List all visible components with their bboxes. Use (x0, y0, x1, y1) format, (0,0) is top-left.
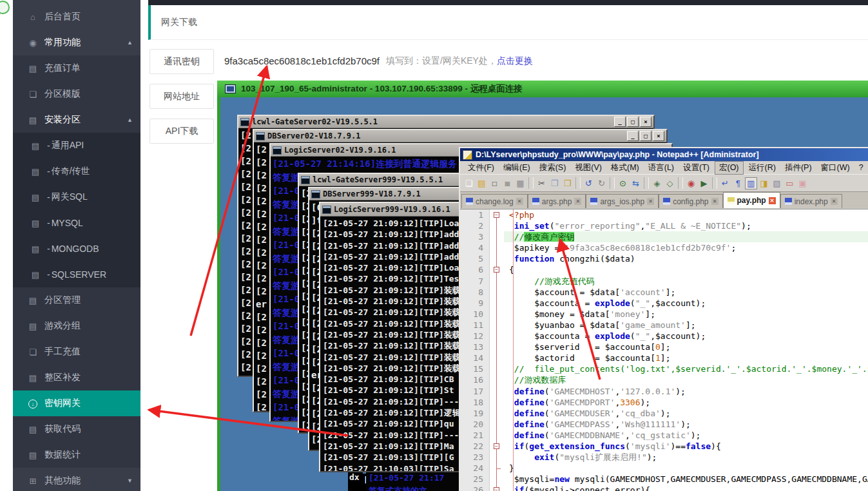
sidebar-item-other-functions[interactable]: ⊞其他功能▼ (13, 468, 140, 491)
copy-icon[interactable]: ❐ (548, 177, 561, 189)
sidebar-item-zone-reissue[interactable]: ▤整区补发 (13, 365, 140, 390)
code-line[interactable]: $actorid = $accounta[1]; (504, 352, 868, 363)
sidebar-item-gateway-sql[interactable]: ▤- 网关SQL (13, 184, 140, 210)
code-line[interactable]: $accounta = explode("_",$account); (504, 331, 868, 342)
minimize-button[interactable]: _ (627, 131, 639, 141)
sidebar-item-home[interactable]: ⌂后台首页 (13, 4, 140, 30)
tab-args-ios-php[interactable]: args_ios.php✕ (586, 194, 659, 208)
code-line[interactable]: ini_set("error_reporting","E_ALL & ~E_NO… (504, 220, 868, 231)
edit-menu[interactable]: 编辑(E) (499, 162, 534, 174)
maximize-button[interactable]: □ (640, 131, 651, 141)
macro-record-icon[interactable]: ◉ (685, 177, 697, 189)
plugins-menu[interactable]: 插件(P) (781, 162, 816, 174)
sidebar-item-partition-manage[interactable]: ▤分区管理 (13, 287, 140, 313)
sidebar-item-manual-recharge[interactable]: ❏手工充值 (13, 339, 140, 365)
code-line[interactable]: $account = $data['account']; (504, 287, 868, 298)
sidebar-item-recharge-orders[interactable]: ▤充值订单 (13, 55, 140, 81)
code-line[interactable]: $yuanbao = $data['game_amount']; (504, 320, 868, 331)
notepad-titlebar[interactable]: D:\LYserver\phpstudy_pro\WWW\pay\pay.php… (460, 148, 868, 161)
format-menu[interactable]: 格式(M) (607, 162, 643, 174)
macro-menu[interactable]: 宏(O) (715, 161, 744, 175)
console-titlebar[interactable]: DBServer02-V18.7.9.1 _ □ × (254, 130, 666, 142)
tab-change-log[interactable]: change.log✕ (461, 194, 528, 208)
sidebar-item-data-stats[interactable]: ▤数据统计 (13, 442, 140, 468)
site-address-button[interactable]: 网站地址 (149, 84, 214, 109)
code-line[interactable]: if($mysqli->connect_error){ (504, 485, 868, 491)
code-line[interactable]: //游戏充值代码 (504, 276, 868, 287)
replace-icon[interactable]: ⇆ (630, 177, 642, 189)
console-titlebar[interactable]: lcwl-GateServer02-V19.5.5.1 _ □ × (238, 116, 653, 128)
close-button[interactable]: × (653, 131, 664, 141)
code-line[interactable]: <?php (504, 209, 868, 220)
print-icon[interactable]: ▦ (514, 177, 526, 189)
paste-icon[interactable]: ❒ (561, 177, 574, 189)
fold-marker[interactable]: − (490, 485, 504, 491)
code-line[interactable]: //游戏数据库 (504, 374, 868, 385)
fold-marker[interactable]: − (490, 264, 504, 275)
code-line[interactable]: define('GAMECMDPORT',3306); (504, 397, 868, 408)
doc-switcher-icon[interactable]: ◨ (758, 177, 770, 189)
sidebar-item-key-gateway[interactable]: ↓密钥网关 (13, 390, 140, 416)
tab-pay-php[interactable]: pay.php✕ (723, 192, 780, 208)
code-line[interactable]: define('GAMECMDDBNAME','cq_gstatic'); (504, 430, 868, 441)
monitor-icon[interactable]: ▭ (784, 177, 796, 189)
wrap-icon[interactable]: ↵ (719, 177, 731, 189)
maximize-button[interactable]: □ (627, 117, 639, 127)
language-menu[interactable]: 语言(L) (644, 162, 678, 174)
zoom-out-icon[interactable]: ◇ (664, 177, 676, 189)
sidebar-item-game-group[interactable]: ▤游戏分组 (13, 313, 140, 339)
sidebar-item-mongodb[interactable]: ▤- MONGODB (13, 236, 140, 262)
tab-index-php[interactable]: index.php✕ (780, 194, 842, 208)
code-line[interactable]: // file_put_contents('log.txt',$serverid… (504, 363, 868, 374)
sidebar-item-general-api[interactable]: ▤- 通用API (13, 133, 140, 159)
code-area[interactable]: <?php ini_set("error_reporting","E_ALL &… (504, 209, 868, 491)
fold-marker[interactable]: − (490, 441, 504, 452)
code-line[interactable]: $apikey = '9fa3ca5c8ec60818c1eb1cfd2b70c… (504, 242, 868, 253)
code-line[interactable]: } (504, 463, 868, 474)
folder-workspace-icon[interactable]: ▣ (796, 177, 809, 189)
new-file-icon[interactable]: ❏ (463, 177, 475, 189)
save-all-icon[interactable]: ◙ (501, 177, 514, 189)
code-line[interactable]: define('GAMECMDPASS','Wsh@111111'); (504, 419, 868, 430)
comm-key-label[interactable]: 通讯密钥 (149, 49, 214, 74)
undo-icon[interactable]: ↺ (583, 177, 595, 189)
window-menu[interactable]: 窗口(W) (817, 162, 854, 174)
sidebar-item-common-functions[interactable]: ◉常用功能▲ (13, 30, 140, 55)
collapse-icon[interactable] (0, 1, 10, 14)
view-menu[interactable]: 视图(V) (571, 162, 606, 174)
zoom-in-icon[interactable]: ◈ (651, 177, 663, 189)
close-tab-icon[interactable]: ✕ (711, 198, 719, 205)
sidebar-item-get-code[interactable]: ▤获取代码 (13, 416, 140, 442)
sidebar-item-install-partition[interactable]: ▤安装分区▲ (13, 107, 140, 133)
redo-icon[interactable]: ↻ (595, 177, 608, 189)
code-line[interactable]: if(get_extension_funcs('mysqli')==false)… (504, 441, 868, 452)
close-tab-icon[interactable]: ✕ (647, 198, 654, 205)
show-symbol-icon[interactable]: ¶ (732, 177, 744, 189)
close-tab-icon[interactable]: ✕ (769, 197, 776, 204)
close-tab-icon[interactable]: ✕ (574, 198, 581, 205)
close-button[interactable]: × (640, 117, 651, 127)
code-line[interactable]: define('GAMECMDUSER','cq_dba'); (504, 408, 868, 419)
change-key-link[interactable]: 点击更换 (497, 55, 533, 67)
find-icon[interactable]: ⊙ (617, 177, 629, 189)
api-download-button[interactable]: API下载 (149, 119, 214, 144)
code-line[interactable]: //修改商户密钥 (504, 231, 868, 242)
minimize-button[interactable]: _ (614, 117, 626, 127)
settings-menu[interactable]: 设置(T) (679, 162, 713, 174)
code-line[interactable]: exit("mysqli扩展未启用!"); (504, 452, 868, 463)
sidebar-item-partition-template[interactable]: ❏分区模版 (13, 81, 140, 107)
file-menu[interactable]: 文件(F) (464, 162, 498, 174)
code-line[interactable]: $serverid = $accounta[0]; (504, 342, 868, 352)
sidebar-item-legend[interactable]: ▤- 传奇/传世 (13, 159, 140, 184)
code-editor[interactable]: 1234567891011121314151617181920212223242… (460, 209, 868, 491)
sidebar-item-sqlserver[interactable]: ▤- SQLSERVER (13, 262, 140, 287)
fold-marker[interactable]: − (490, 209, 504, 220)
open-folder-icon[interactable]: ▤ (476, 177, 488, 189)
code-line[interactable]: $accounta = explode("_",$account); (504, 298, 868, 309)
close-tab-icon[interactable]: ✕ (516, 198, 523, 205)
indent-guide-icon[interactable]: ▥ (745, 177, 757, 189)
function-list-icon[interactable]: ▧ (771, 177, 783, 189)
cut-icon[interactable]: ✂ (535, 177, 548, 189)
save-icon[interactable]: ◘ (488, 177, 501, 189)
search-menu[interactable]: 搜索(S) (535, 162, 570, 174)
